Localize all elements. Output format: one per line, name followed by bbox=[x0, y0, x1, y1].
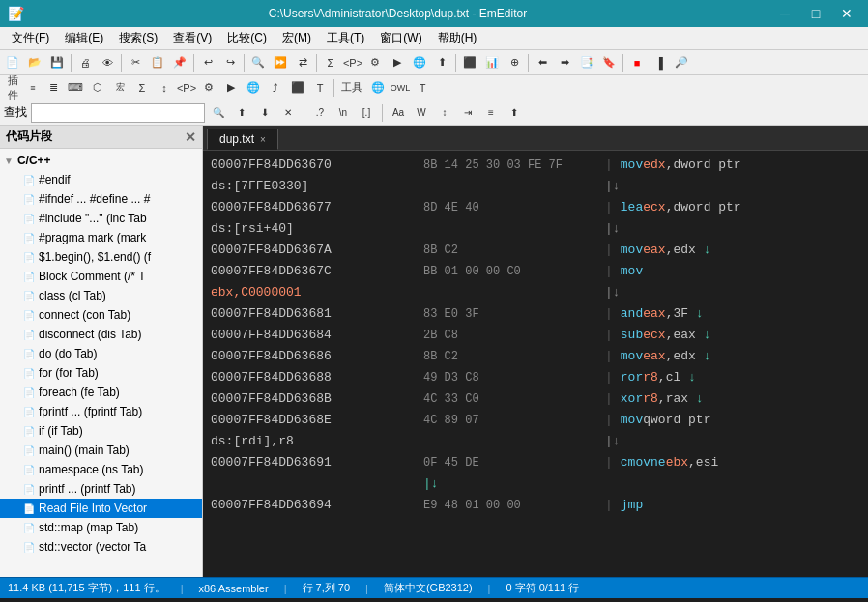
reg1: ecx bbox=[643, 197, 665, 218]
search-btn4[interactable]: ✕ bbox=[278, 103, 298, 123]
redo-button[interactable]: ↪ bbox=[219, 52, 241, 73]
tb3-10[interactable]: ⬅ bbox=[532, 52, 553, 73]
snippet-btn9[interactable]: <P> bbox=[176, 77, 197, 99]
snippet-btn10[interactable]: ⚙ bbox=[198, 77, 219, 99]
menu-search[interactable]: 搜索(S) bbox=[111, 28, 165, 48]
sidebar-item-namespace[interactable]: 📄namespace (ns Tab) bbox=[0, 460, 202, 479]
snippet-btn2[interactable]: ≡ bbox=[24, 77, 42, 99]
print-button[interactable]: 🖨 bbox=[74, 52, 96, 73]
sidebar-item-fprintf[interactable]: 📄fprintf ... (fprintf Tab) bbox=[0, 402, 202, 421]
menu-window[interactable]: 窗口(W) bbox=[372, 28, 429, 48]
sidebar-close-button[interactable]: ✕ bbox=[185, 129, 196, 145]
maximize-button[interactable]: □ bbox=[802, 3, 829, 24]
sidebar-item-connect[interactable]: 📄connect (con Tab) bbox=[0, 305, 202, 325]
cut-button[interactable]: ✂ bbox=[125, 52, 146, 73]
sidebar-item-ifndef[interactable]: 📄#ifndef ... #define ... # bbox=[0, 189, 202, 209]
search-opt5[interactable]: W bbox=[412, 103, 431, 123]
search-opt9[interactable]: ⬆ bbox=[505, 103, 524, 123]
sidebar-item-class[interactable]: 📄class (cl Tab) bbox=[0, 286, 202, 305]
menu-help[interactable]: 帮助(H) bbox=[430, 28, 485, 48]
tb3-12[interactable]: 📑 bbox=[576, 52, 597, 73]
open-button[interactable]: 📂 bbox=[24, 52, 45, 73]
sidebar-item-stdmap[interactable]: 📄std::map (map Tab) bbox=[0, 518, 202, 537]
new-button[interactable]: 📄 bbox=[2, 52, 23, 73]
tb3-11[interactable]: ➡ bbox=[554, 52, 575, 73]
tab-close-button[interactable]: × bbox=[260, 134, 266, 145]
tb3-2[interactable]: <P> bbox=[342, 52, 363, 73]
sidebar-item-block-comment[interactable]: 📄Block Comment (/* T bbox=[0, 267, 202, 286]
snippet-btn3[interactable]: ≣ bbox=[43, 77, 64, 99]
search-opt1[interactable]: .? bbox=[310, 103, 330, 123]
tb3-14[interactable]: ▐ bbox=[649, 52, 670, 73]
snippet-btn14[interactable]: ⬛ bbox=[287, 77, 308, 99]
sidebar-item-do[interactable]: 📄do (do Tab) bbox=[0, 344, 202, 363]
snippet-btn4[interactable]: ⌨ bbox=[65, 77, 86, 99]
paste-button[interactable]: 📌 bbox=[169, 52, 190, 73]
tab-dup-txt[interactable]: dup.txt × bbox=[207, 129, 278, 150]
editor[interactable]: 00007FF84DD636708B 14 25 30 03 FE 7F|mov… bbox=[203, 151, 868, 577]
sidebar-item-for[interactable]: 📄for (for Tab) bbox=[0, 363, 202, 383]
tb3-9[interactable]: ⊕ bbox=[504, 52, 525, 73]
tb3-15[interactable]: 🔎 bbox=[671, 52, 692, 73]
sidebar-folder-cpp[interactable]: ▼C/C++ bbox=[0, 151, 202, 170]
save-button[interactable]: 💾 bbox=[46, 52, 68, 73]
search-btn2[interactable]: ⬆ bbox=[232, 103, 251, 123]
search-opt4[interactable]: Aa bbox=[389, 103, 408, 123]
snippet-btn8[interactable]: ↕ bbox=[154, 77, 175, 99]
tb3-7[interactable]: ⬛ bbox=[459, 52, 480, 73]
sidebar-item-read-file[interactable]: 📄Read File Into Vector bbox=[0, 499, 202, 518]
menu-compare[interactable]: 比较(C) bbox=[219, 28, 275, 48]
tools-label[interactable]: 工具 bbox=[337, 77, 366, 99]
tools-btn2[interactable]: 🌐 bbox=[367, 77, 389, 99]
snippet-btn1[interactable]: 插件 bbox=[2, 77, 23, 99]
tb3-13[interactable]: 🔖 bbox=[598, 52, 620, 73]
snippet-btn5[interactable]: ⬡ bbox=[87, 77, 108, 99]
search-opt2[interactable]: \n bbox=[333, 103, 353, 123]
tb3-stop[interactable]: ■ bbox=[626, 52, 648, 73]
sidebar-item-endif[interactable]: 📄#endif bbox=[0, 170, 202, 189]
tb3-4[interactable]: ▶ bbox=[387, 52, 408, 73]
search-btn1[interactable]: 🔍 bbox=[209, 103, 228, 123]
search-opt8[interactable]: ≡ bbox=[481, 103, 501, 123]
find-button[interactable]: 🔍 bbox=[247, 52, 269, 73]
sidebar-item-pragma[interactable]: 📄#pragma mark (mark bbox=[0, 228, 202, 247]
menu-macro[interactable]: 宏(M) bbox=[275, 28, 319, 48]
sidebar-item-disconnect[interactable]: 📄disconnect (dis Tab) bbox=[0, 325, 202, 344]
menu-file[interactable]: 文件(F) bbox=[4, 28, 57, 48]
menu-view[interactable]: 查看(V) bbox=[165, 28, 219, 48]
search-opt6[interactable]: ↕ bbox=[435, 103, 454, 123]
search-input[interactable] bbox=[31, 103, 205, 123]
snippet-btn15[interactable]: T bbox=[309, 77, 331, 99]
sidebar-item-begin[interactable]: 📄$1.begin(), $1.end() (f bbox=[0, 247, 202, 267]
snippet-btn11[interactable]: ▶ bbox=[220, 77, 242, 99]
search-opt3[interactable]: [.] bbox=[357, 103, 376, 123]
snippet-btn7[interactable]: Σ bbox=[131, 77, 153, 99]
copy-button[interactable]: 📋 bbox=[147, 52, 168, 73]
sidebar-item-foreach[interactable]: 📄foreach (fe Tab) bbox=[0, 383, 202, 402]
close-button[interactable]: ✕ bbox=[833, 3, 860, 24]
sidebar-item-main[interactable]: 📄main() (main Tab) bbox=[0, 441, 202, 460]
search-btn3[interactable]: ⬇ bbox=[255, 103, 275, 123]
preview-button[interactable]: 👁 bbox=[97, 52, 118, 73]
snippet-btn6[interactable]: 宏 bbox=[109, 77, 130, 99]
sidebar-item-stdvector[interactable]: 📄std::vector (vector Ta bbox=[0, 537, 202, 557]
undo-button[interactable]: ↩ bbox=[197, 52, 218, 73]
minimize-button[interactable]: ─ bbox=[771, 3, 798, 24]
tb3-5[interactable]: 🌐 bbox=[409, 52, 430, 73]
menu-tools[interactable]: 工具(T) bbox=[319, 28, 372, 48]
sidebar-item-if[interactable]: 📄if (if Tab) bbox=[0, 421, 202, 441]
tb3-8[interactable]: 📊 bbox=[481, 52, 503, 73]
tb3-1[interactable]: Σ bbox=[320, 52, 341, 73]
menu-edit[interactable]: 编辑(E) bbox=[57, 28, 111, 48]
findnext-button[interactable]: ⏩ bbox=[270, 52, 291, 73]
snippet-btn13[interactable]: ⤴ bbox=[265, 77, 286, 99]
search-opt7[interactable]: ⇥ bbox=[458, 103, 477, 123]
tools-btn3[interactable]: OWL bbox=[390, 77, 411, 99]
tools-btn4[interactable]: T bbox=[412, 77, 433, 99]
tb3-3[interactable]: ⚙ bbox=[364, 52, 386, 73]
sidebar-item-include[interactable]: 📄#include "..." (inc Tab bbox=[0, 209, 202, 228]
sidebar-item-printf[interactable]: 📄printf ... (printf Tab) bbox=[0, 479, 202, 499]
replace-button[interactable]: ⇄ bbox=[292, 52, 313, 73]
snippet-btn12[interactable]: 🌐 bbox=[243, 77, 264, 99]
tb3-6[interactable]: ⬆ bbox=[431, 52, 452, 73]
